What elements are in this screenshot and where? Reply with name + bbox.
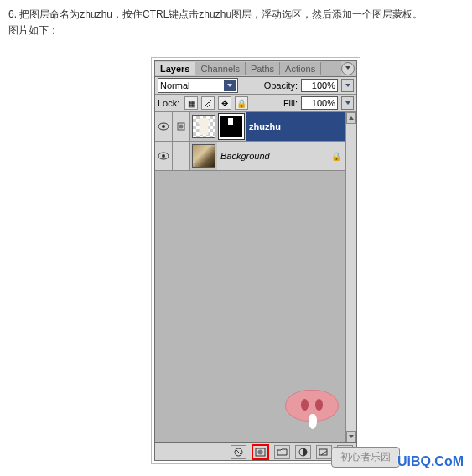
- lock-transparency-button[interactable]: ▦: [184, 96, 198, 110]
- layer-thumbnail[interactable]: [192, 144, 215, 168]
- svg-point-5: [162, 154, 165, 158]
- tab-channels[interactable]: Channels: [195, 62, 245, 75]
- mask-link-icon: [176, 122, 186, 132]
- fill-flyout-button[interactable]: [341, 96, 354, 110]
- lock-position-button[interactable]: ✥: [218, 96, 231, 110]
- svg-point-3: [179, 125, 184, 129]
- tab-paths[interactable]: Paths: [246, 62, 280, 75]
- scroll-up-button[interactable]: [346, 112, 356, 124]
- layer-name-area[interactable]: zhuzhu: [246, 112, 346, 141]
- svg-point-1: [162, 125, 165, 128]
- new-layer-button[interactable]: [316, 445, 332, 459]
- layer-name-area[interactable]: Background 🔒: [217, 142, 346, 170]
- vertical-scrollbar[interactable]: [345, 112, 356, 442]
- fill-input[interactable]: 100%: [301, 96, 338, 110]
- eye-icon: [158, 152, 169, 160]
- panel-tabs: Layers Channels Paths Actions: [155, 61, 356, 77]
- scroll-down-button[interactable]: [346, 431, 356, 442]
- add-layer-mask-button[interactable]: [252, 444, 269, 460]
- link-toggle[interactable]: [173, 112, 190, 141]
- layer-mask-thumbnail[interactable]: [219, 114, 244, 139]
- chevron-down-icon: [224, 80, 236, 91]
- blend-mode-value: Normal: [160, 80, 189, 91]
- lock-fill-row: Lock: ▦ ✥ 🔒 Fill: 100%: [155, 95, 356, 112]
- lock-icon: 🔒: [331, 152, 341, 161]
- lock-pixels-button[interactable]: [201, 96, 215, 110]
- instruction-step: 6. 把图层命名为zhuzhu，按住CTRL键点击zhuzhu图层，浮动选区，然…: [8, 7, 423, 23]
- lock-all-button[interactable]: 🔒: [235, 96, 248, 110]
- footer-source-button[interactable]: 初心者乐园: [331, 447, 400, 468]
- blend-opacity-row: Normal Opacity: 100%: [155, 77, 356, 95]
- tab-actions[interactable]: Actions: [280, 62, 321, 75]
- layer-row-background[interactable]: Background 🔒: [155, 142, 346, 171]
- opacity-flyout-button[interactable]: [341, 79, 354, 92]
- blend-mode-select[interactable]: Normal: [158, 78, 238, 93]
- svg-point-8: [258, 449, 263, 454]
- panel-menu-button[interactable]: [341, 62, 355, 75]
- adjustment-layer-button[interactable]: [295, 445, 311, 459]
- layer-row-zhuzhu[interactable]: zhuzhu: [155, 112, 346, 142]
- opacity-label: Opacity:: [264, 80, 298, 91]
- pig-nose-decoration: [285, 390, 339, 422]
- watermark-text: UiBQ.CoM: [397, 454, 464, 469]
- layer-thumbnail[interactable]: [192, 115, 215, 138]
- eye-icon: [158, 122, 169, 131]
- new-group-button[interactable]: [274, 445, 290, 459]
- panel-bottom-bar: [155, 442, 356, 460]
- visibility-toggle[interactable]: [155, 112, 173, 141]
- opacity-input[interactable]: 100%: [301, 79, 338, 92]
- fill-label: Fill:: [283, 98, 298, 108]
- layer-name: zhuzhu: [249, 122, 281, 132]
- visibility-toggle[interactable]: [155, 142, 173, 170]
- link-toggle[interactable]: [173, 142, 190, 170]
- lock-label: Lock:: [158, 98, 179, 108]
- layer-effects-button[interactable]: [231, 445, 246, 459]
- tab-layers[interactable]: Layers: [155, 62, 195, 75]
- instruction-caption: 图片如下：: [8, 23, 59, 39]
- layer-name: Background: [220, 151, 270, 161]
